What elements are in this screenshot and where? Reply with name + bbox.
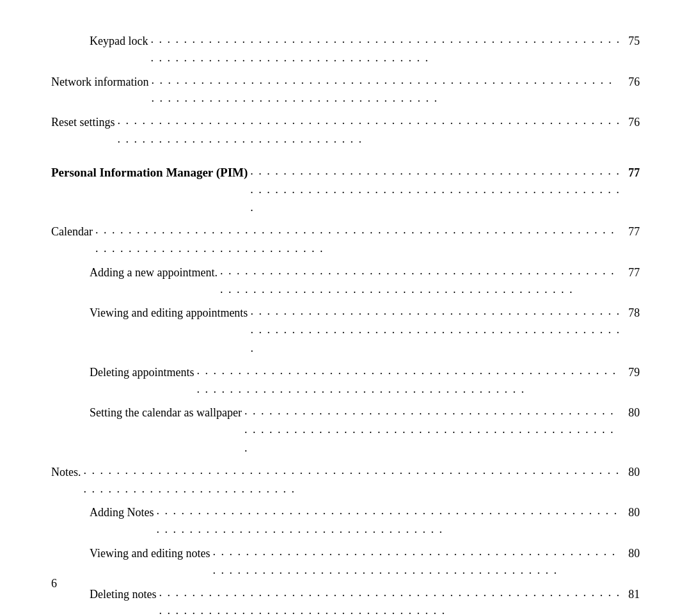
toc-label-adding-new-appointment: Adding a new appointment. xyxy=(90,264,218,282)
toc-page-notes: 80 xyxy=(628,463,640,482)
toc-dots-setting-calendar-wallpaper xyxy=(244,402,621,457)
toc-entry-calendar: Calendar77 xyxy=(51,223,640,260)
toc-page-deleting-appointments: 79 xyxy=(628,363,640,382)
toc-entry-viewing-editing-notes: Viewing and editing notes80 xyxy=(51,544,640,581)
toc-entry-network-information: Network information76 xyxy=(51,73,640,110)
page-number: 6 xyxy=(51,577,57,590)
toc-entry-notes: Notes.80 xyxy=(51,463,640,500)
toc-page-network-information: 76 xyxy=(628,73,640,91)
toc-container: Keypad lock75Network information76Reset … xyxy=(51,32,640,616)
toc-dots-keypad-lock xyxy=(150,30,621,67)
toc-label-viewing-editing-notes: Viewing and editing notes xyxy=(90,544,210,563)
toc-dots-deleting-notes xyxy=(159,583,621,616)
toc-entry-adding-notes: Adding Notes80 xyxy=(51,503,640,541)
toc-label-adding-notes: Adding Notes xyxy=(90,503,154,522)
toc-label-deleting-notes: Deleting notes xyxy=(90,585,156,604)
toc-page-deleting-notes: 81 xyxy=(628,585,640,604)
toc-page-keypad-lock: 75 xyxy=(628,32,640,51)
toc-page-pim-header: 77 xyxy=(628,164,640,182)
toc-label-network-information: Network information xyxy=(51,73,148,91)
toc-entry-pim-header: Personal Information Manager (PIM)77 xyxy=(51,163,640,219)
toc-entry-keypad-lock: Keypad lock75 xyxy=(51,32,640,69)
toc-label-deleting-appointments: Deleting appointments xyxy=(90,363,194,382)
toc-label-keypad-lock: Keypad lock xyxy=(90,32,148,51)
toc-entry-deleting-appointments: Deleting appointments79 xyxy=(51,363,640,400)
toc-entry-deleting-notes: Deleting notes81 xyxy=(51,585,640,616)
toc-dots-network-information xyxy=(151,71,621,108)
toc-dots-notes xyxy=(84,461,621,498)
toc-dots-deleting-appointments xyxy=(196,361,621,399)
toc-dots-pim-header xyxy=(250,162,621,217)
toc-dots-viewing-editing-notes xyxy=(212,542,621,580)
toc-label-pim-header: Personal Information Manager (PIM) xyxy=(51,163,248,182)
toc-entry-reset-settings: Reset settings76 xyxy=(51,113,640,150)
toc-page-viewing-editing-appointments: 78 xyxy=(628,304,640,322)
toc-page-adding-new-appointment: 77 xyxy=(628,264,640,282)
toc-dots-calendar xyxy=(95,221,621,258)
toc-label-setting-calendar-wallpaper: Setting the calendar as wallpaper xyxy=(90,404,242,422)
toc-page-viewing-editing-notes: 80 xyxy=(628,544,640,563)
toc-dots-reset-settings xyxy=(118,111,621,148)
toc-page-reset-settings: 76 xyxy=(628,113,640,132)
toc-dots-adding-new-appointment xyxy=(220,262,621,299)
toc-page-setting-calendar-wallpaper: 80 xyxy=(628,404,640,422)
toc-entry-adding-new-appointment: Adding a new appointment.77 xyxy=(51,264,640,301)
toc-label-notes: Notes. xyxy=(51,463,81,482)
toc-page-adding-notes: 80 xyxy=(628,503,640,522)
toc-dots-adding-notes xyxy=(157,501,621,539)
toc-label-reset-settings: Reset settings xyxy=(51,113,115,132)
toc-dots-viewing-editing-appointments xyxy=(250,302,621,357)
toc-entry-viewing-editing-appointments: Viewing and editing appointments78 xyxy=(51,304,640,359)
toc-page-calendar: 77 xyxy=(628,223,640,241)
toc-label-calendar: Calendar xyxy=(51,223,93,241)
toc-label-viewing-editing-appointments: Viewing and editing appointments xyxy=(90,304,248,322)
toc-entry-setting-calendar-wallpaper: Setting the calendar as wallpaper80 xyxy=(51,404,640,459)
